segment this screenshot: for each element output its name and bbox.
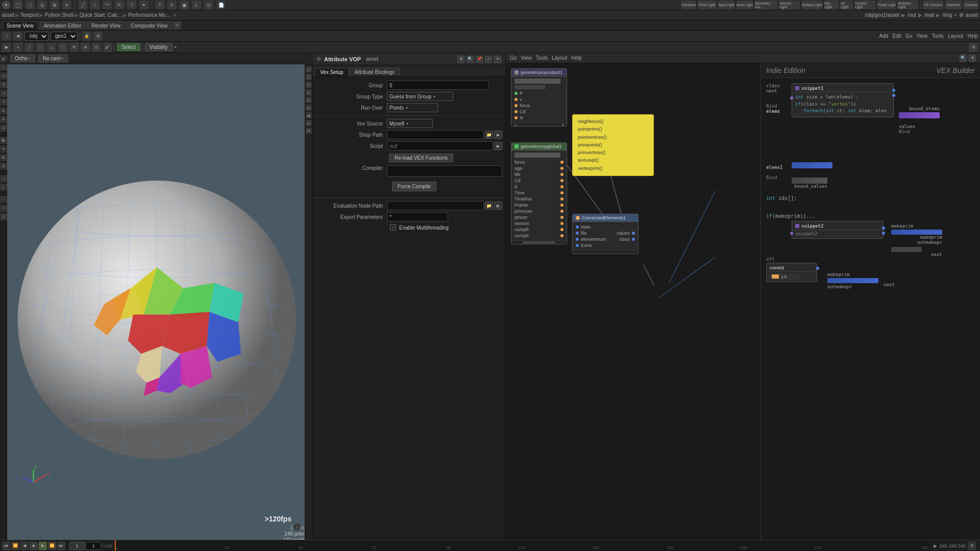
ortho-button[interactable]: Ortho▾	[10, 55, 35, 62]
left-icon-18[interactable]: ⊟	[0, 213, 7, 220]
tab-vex-setup[interactable]: Vex Setup	[314, 68, 349, 76]
tube-icon[interactable]: ⌷	[26, 1, 35, 10]
node-header-layout[interactable]: Layout	[552, 55, 567, 61]
current-frame-display[interactable]: 1	[69, 542, 85, 550]
left-icon-14[interactable]: ◁	[0, 175, 7, 182]
path-gear-icon[interactable]: ⚙	[959, 12, 964, 18]
transform-icon[interactable]: ⟳	[69, 43, 79, 52]
select-all-icon[interactable]: ⬛	[58, 43, 67, 52]
jump-start-button[interactable]: ⏮	[2, 542, 10, 550]
camera-icon[interactable]: Camera	[681, 1, 696, 10]
sphere-icon[interactable]: ◯	[13, 1, 22, 10]
left-icon-7[interactable]: ◈	[0, 107, 7, 114]
grid2-icon[interactable]: ⊞	[93, 32, 103, 41]
tab-add-button[interactable]: +	[173, 21, 181, 30]
settings-icon[interactable]: ⚙	[969, 43, 978, 52]
vex-source-dropdown[interactable]: Myself	[387, 119, 433, 128]
portal-light-icon[interactable]: Portal Light	[877, 1, 896, 10]
shop-path-input[interactable]	[387, 130, 484, 139]
tab-attribute-bindings[interactable]: Attribute Bindings	[349, 68, 400, 76]
node-header-tools[interactable]: Tools	[536, 55, 548, 61]
strip-icon-3[interactable]: ☰	[306, 82, 312, 88]
group-type-dropdown[interactable]: Guess from Group	[387, 92, 453, 101]
node-header-view[interactable]: View	[521, 55, 532, 61]
node-canvas[interactable]: geometryvopoutput1 P v	[506, 63, 980, 549]
select-button[interactable]: Select	[117, 43, 140, 51]
path-add-icon[interactable]: +	[173, 12, 176, 18]
curve-icon[interactable]: 〜	[103, 1, 112, 10]
export-params-input[interactable]	[387, 212, 448, 221]
node-search-icon[interactable]: 🔍	[960, 55, 967, 62]
path-add2-icon[interactable]: +	[954, 12, 957, 18]
paint-icon[interactable]: 🖌	[103, 43, 112, 52]
left-icon-5[interactable]: ⊡	[0, 90, 7, 97]
timeline-settings-icon[interactable]: ⚙	[968, 542, 976, 550]
select-mode-icon[interactable]: ▶	[2, 43, 11, 52]
reload-vex-button[interactable]: Re-load VEX Functions	[389, 154, 453, 162]
script-browse-icon[interactable]: ▶	[494, 142, 502, 150]
node-global1-scroll-thumb[interactable]	[523, 241, 556, 244]
grid-icon[interactable]: ⊞	[50, 1, 59, 10]
param-settings-icon[interactable]: ⚙	[457, 56, 464, 63]
select-edge-icon[interactable]: ╱	[24, 43, 34, 52]
left-icon-1[interactable]: ■	[0, 55, 7, 62]
const1-node[interactable]: const1 1.0	[766, 263, 817, 282]
node-header-help[interactable]: Help	[571, 55, 582, 61]
multithreading-checkbox[interactable]: ✓	[390, 224, 396, 231]
strip-icon-8[interactable]: ◈	[306, 120, 312, 126]
stop-button[interactable]: ■	[30, 542, 38, 550]
strip-icon-6[interactable]: ⊞	[306, 105, 312, 111]
left-icon-17[interactable]: ⌖	[0, 205, 7, 212]
volume-light-icon[interactable]: Volume Light	[779, 1, 800, 10]
point-light-icon[interactable]: Point Light	[698, 1, 716, 10]
strip-icon-1[interactable]: ⊡	[306, 66, 312, 72]
cam-button[interactable]: No cam▾	[38, 55, 68, 62]
param-search-icon[interactable]: 🔍	[467, 56, 474, 63]
tab-composite-view[interactable]: Composite View	[126, 21, 172, 30]
node-geometryvopglobal1[interactable]: geometryvopglobal1 force age life	[511, 142, 567, 244]
yellow-vex-node[interactable]: neighbours() pointprims() pointvertices(…	[572, 114, 654, 176]
scroll-right-icon[interactable]: ▶	[562, 123, 565, 127]
tab-scene-view[interactable]: Scene View	[2, 21, 38, 30]
shop-path-arrow-icon[interactable]: ▶	[494, 131, 502, 139]
sky-light-icon[interactable]: Sky Light	[824, 1, 839, 10]
spot-light-icon[interactable]: Spot Light	[718, 1, 734, 10]
area-light-icon[interactable]: Area Light	[737, 1, 753, 10]
home-icon[interactable]: ⌂	[2, 32, 11, 41]
group-input[interactable]	[387, 81, 489, 90]
jump-end-button[interactable]: ⏭	[57, 542, 65, 550]
lock-icon[interactable]: 🔒	[82, 32, 91, 41]
left-icon-6[interactable]: ✛	[0, 98, 7, 106]
left-icon-2[interactable]: ▷	[0, 64, 7, 71]
left-icon-9[interactable]: ⊗	[0, 124, 7, 132]
node-settings-icon[interactable]: ⚙	[969, 55, 976, 62]
left-icon-8[interactable]: ⊕	[0, 116, 7, 123]
path-perf-label[interactable]: Performance Mo...	[128, 12, 170, 18]
snap-icon[interactable]: ⊡	[92, 43, 101, 52]
left-icon-16[interactable]: ⋯	[0, 196, 7, 203]
visibility-button[interactable]: Visibility	[145, 43, 173, 51]
snippet1-node[interactable]: snippet1 int size = len(elems) ; if(clas…	[792, 83, 894, 117]
scene-icon[interactable]: ●	[2, 1, 10, 9]
geo-selector[interactable]: geo1	[51, 32, 78, 41]
ambient-light-icon[interactable]: Ambient Light	[898, 1, 918, 10]
distant-light-icon[interactable]: Distant Light	[802, 1, 822, 10]
path-icon[interactable]: ⤴	[127, 1, 136, 10]
caustic-light-icon[interactable]: Caustic Light	[855, 1, 875, 10]
timeline-track[interactable]: 1 24 48 72 96 120 144 168 192 216 240	[114, 540, 930, 551]
node-connected-elements[interactable]: ● ConnectedElements1 Main file values	[572, 214, 639, 254]
force-compile-button[interactable]: Force Compile	[392, 182, 436, 191]
handle-icon[interactable]: ⊕	[81, 43, 90, 52]
info-icon[interactable]: i	[293, 523, 301, 531]
switcher-icon[interactable]: Switcher	[945, 1, 962, 10]
solid-icon[interactable]: ▣	[180, 1, 189, 10]
script-input[interactable]	[387, 141, 493, 151]
left-icon-4[interactable]: ☰	[0, 81, 7, 88]
select-vert-icon[interactable]: △	[47, 43, 56, 52]
font-icon[interactable]: F	[167, 1, 177, 10]
line-icon[interactable]: ╱	[78, 1, 87, 10]
left-icon-12[interactable]: ⌘	[0, 154, 7, 161]
strip-icon-9[interactable]: ⌘	[306, 128, 312, 134]
strip-icon-2[interactable]: ◎	[306, 74, 312, 80]
viewport-canvas[interactable]: x y z >120fps 3.75ms 248 prims 242 point…	[7, 64, 312, 551]
